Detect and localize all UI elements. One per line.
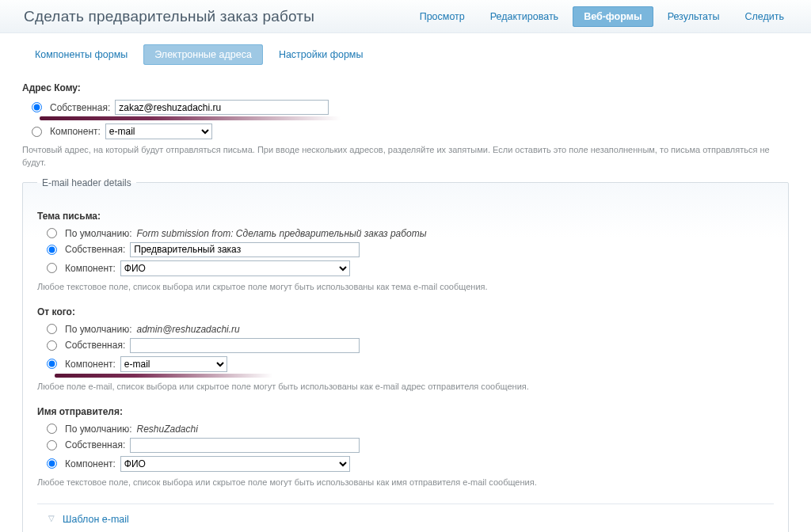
chevron-down-icon: ▽ [48,514,55,522]
address-to-custom-input[interactable] [115,100,329,115]
template-section-link[interactable]: Шаблон e-mail [63,514,129,525]
from-default-radio[interactable] [47,324,57,334]
from-block: От кого: По умолчанию: admin@reshuzadach… [37,306,774,393]
sender-name-hint: Любое текстовое поле, список выбора или … [37,477,774,489]
sender-name-custom-label: Собственная: [65,439,125,450]
address-to-component-row: Компонент: e-mail [22,122,789,141]
sender-name-component-label: Компонент: [65,458,116,469]
sub-tabs: Компоненты формы Электронные адреса Наст… [0,33,811,76]
address-to-custom-label: Собственная: [50,102,110,113]
primary-tabs: Просмотр Редактировать Веб-формы Результ… [409,6,795,27]
subject-component-row: Компонент: ФИО [37,259,774,278]
subject-default-row: По умолчанию: Form submission from: Сдел… [37,226,774,241]
sender-name-block: Имя отправителя: По умолчанию: ReshuZada… [37,406,774,489]
sender-name-default-label: По умолчанию: [65,424,132,435]
sender-name-default-row: По умолчанию: ReshuZadachi [37,422,774,436]
sender-name-component-select[interactable]: ФИО [120,456,350,472]
sender-name-custom-input[interactable] [130,438,360,453]
subject-default-label: По умолчанию: [65,228,132,239]
page-title: Сделать предварительный заказ работы [24,8,314,25]
subject-block: Тема письма: По умолчанию: Form submissi… [37,211,774,294]
from-custom-radio[interactable] [47,340,57,351]
from-heading: От кого: [37,306,774,317]
template-section-header[interactable]: ▽ Шаблон e-mail [37,504,774,528]
from-component-row: Компонент: e-mail [37,355,774,374]
tab-results[interactable]: Результаты [657,6,731,27]
from-component-select[interactable]: e-mail [120,356,227,372]
subject-component-label: Компонент: [65,263,116,274]
from-default-value: admin@reshuzadachi.ru [137,324,240,335]
address-to-component-select[interactable]: e-mail [105,124,212,139]
subject-custom-radio[interactable] [47,245,57,255]
subtab-email-addresses[interactable]: Электронные адреса [143,44,263,65]
from-custom-row: Собственная: [37,336,774,355]
from-component-label: Компонент: [65,359,116,370]
sender-name-heading: Имя отправителя: [37,406,774,417]
email-header-details: E-mail header details Тема письма: По ум… [22,177,789,532]
sender-name-component-row: Компонент: ФИО [37,454,774,473]
from-custom-label: Собственная: [65,340,125,351]
tab-webforms[interactable]: Веб-формы [573,6,653,27]
from-hint: Любое поле e-mail, список выбора или скр… [37,381,774,393]
subtab-form-components[interactable]: Компоненты формы [24,44,139,65]
address-to-heading: Адрес Кому: [22,82,789,93]
subject-hint: Любое текстовое поле, список выбора или … [37,281,774,294]
from-default-label: По умолчанию: [65,324,132,335]
from-default-row: По умолчанию: admin@reshuzadachi.ru [37,322,774,336]
sender-name-custom-radio[interactable] [47,440,57,450]
address-to-component-label: Компонент: [50,126,101,137]
content: Адрес Кому: Собственная: Компонент: e-ma… [0,82,811,532]
from-custom-input[interactable] [130,338,360,353]
subject-custom-row: Собственная: [37,241,774,259]
subject-component-select[interactable]: ФИО [120,260,350,276]
address-to-custom-row: Собственная: [22,98,789,116]
sender-name-component-radio[interactable] [47,458,57,469]
topbar: Сделать предварительный заказ работы Про… [0,0,811,33]
annotation-swoosh [40,116,356,120]
sender-name-custom-row: Собственная: [37,436,774,454]
subject-default-value: Form submission from: Сделать предварите… [137,228,427,239]
address-to-custom-radio[interactable] [32,102,42,112]
sender-name-default-radio[interactable] [47,424,57,434]
email-header-legend: E-mail header details [37,177,136,188]
subject-custom-label: Собственная: [65,244,125,255]
from-component-radio[interactable] [47,359,57,369]
subject-component-radio[interactable] [47,263,57,273]
subject-custom-input[interactable] [130,242,360,257]
tab-view[interactable]: Просмотр [409,6,476,27]
subject-default-radio[interactable] [47,228,57,238]
address-to-component-radio[interactable] [32,127,42,137]
tab-edit[interactable]: Редактировать [479,6,569,27]
subject-heading: Тема письма: [37,211,774,222]
subtab-form-settings[interactable]: Настройки формы [268,44,375,65]
address-to-hint: Почтовый адрес, на который будут отправл… [22,144,789,169]
sender-name-default-value: ReshuZadachi [137,424,198,435]
annotation-swoosh [55,374,284,378]
tab-track[interactable]: Следить [733,6,795,27]
